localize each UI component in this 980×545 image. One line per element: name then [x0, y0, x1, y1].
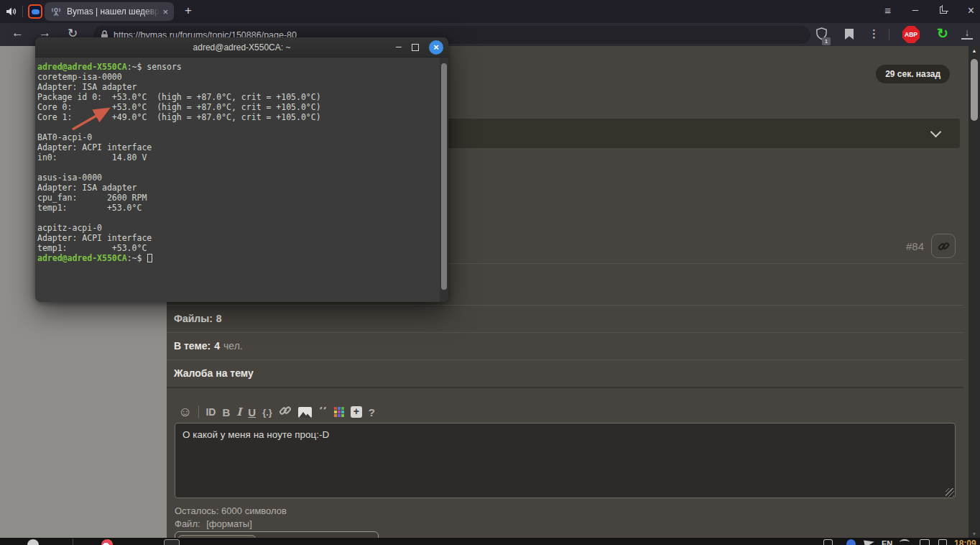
- chars-remaining-text: Осталось: 6000 символов: [175, 505, 287, 516]
- terminal-scrollbar[interactable]: [440, 58, 448, 302]
- terminal-prompt-line: adred@adred-X550CA:~$: [37, 253, 447, 263]
- add-element-icon[interactable]: +: [351, 406, 362, 418]
- help-icon[interactable]: ?: [369, 406, 375, 418]
- terminal-close-button[interactable]: ×: [429, 40, 443, 55]
- post-time-badge: 29 сек. назад: [876, 65, 950, 83]
- refresh-extension-icon[interactable]: ↻: [937, 25, 948, 42]
- sensors-output: coretemp-isa-0000 Adapter: ISA adapter P…: [37, 72, 447, 253]
- wifi-icon[interactable]: [900, 539, 910, 545]
- window-close-button[interactable]: ×: [968, 4, 974, 17]
- report-topic-label: Жалоба на тему: [174, 367, 254, 379]
- terminal-titlebar[interactable]: adred@adred-X550CA: ~ – ×: [35, 37, 448, 58]
- terminal-scrollbar-thumb[interactable]: [441, 63, 447, 290]
- active-tab[interactable]: Bymas | нашел шедевр ×: [45, 2, 174, 21]
- tab-title: Bymas | нашел шедевр: [67, 6, 160, 17]
- back-button[interactable]: ←: [11, 26, 24, 40]
- in-topic-suffix: чел.: [223, 340, 243, 352]
- textarea-resize-grip[interactable]: [946, 488, 954, 497]
- file-row: Файл: [форматы]: [175, 518, 252, 529]
- taskbar: EN 18:09: [0, 538, 980, 545]
- scroll-up-icon[interactable]: ▲: [969, 48, 980, 53]
- new-tab-button[interactable]: +: [180, 3, 197, 20]
- scrollbar-thumb[interactable]: [971, 59, 978, 121]
- taskbar-divider: [73, 539, 73, 545]
- editor-toolbar-divider: [198, 406, 199, 418]
- files-row[interactable]: Файлы: 8: [167, 305, 963, 332]
- scroll-down-icon[interactable]: ▼: [969, 531, 980, 536]
- editor-top-divider: [167, 387, 963, 388]
- shield-badge-icon[interactable]: [938, 539, 947, 545]
- terminal-app-icon[interactable]: [164, 539, 180, 545]
- color-grid-icon[interactable]: [334, 407, 344, 417]
- adblock-plus-icon[interactable]: ABP: [902, 26, 920, 43]
- telegram-icon[interactable]: [864, 539, 875, 545]
- in-topic-count: 4: [214, 340, 220, 352]
- files-label: Файлы:: [174, 313, 213, 324]
- clock: 18:09: [954, 539, 976, 545]
- page-scrollbar[interactable]: ▲ ▼: [969, 46, 980, 538]
- tab-close-icon[interactable]: ×: [162, 6, 168, 17]
- id-tag-button[interactable]: ID: [205, 406, 216, 418]
- desktop: Bymas | нашел шедевр × + ≡ – × ← → ↻ htt…: [0, 0, 980, 545]
- tabbar-divider: [22, 6, 23, 17]
- app-launcher-icon[interactable]: [27, 539, 39, 545]
- file-formats-link[interactable]: [форматы]: [206, 518, 252, 529]
- terminal-window: adred@adred-X550CA: ~ – × adred@adred-X5…: [35, 37, 448, 302]
- terminal-cursor: [147, 254, 152, 262]
- language-indicator[interactable]: EN: [882, 539, 892, 545]
- terminal-maximize-button[interactable]: [412, 44, 419, 51]
- kebab-menu-icon[interactable]: ⋮: [869, 27, 879, 40]
- terminal-prompt-line: adred@adred-X550CA:~$ sensors: [37, 62, 447, 72]
- browser-app-icon[interactable]: [101, 539, 113, 545]
- shield-count-badge: 1: [822, 37, 831, 45]
- download-icon[interactable]: ↓: [961, 27, 973, 40]
- link-icon: [938, 240, 950, 252]
- speaker-icon[interactable]: [6, 6, 17, 17]
- display-icon[interactable]: [920, 539, 930, 545]
- editor-toolbar: ☺ ID B I U {.} ” + ?: [178, 401, 375, 423]
- reply-textarea[interactable]: О какой у меня на ноуте проц:-D: [175, 423, 956, 498]
- underline-button[interactable]: U: [248, 406, 256, 418]
- post-footer: #84: [906, 234, 956, 258]
- browser-tab-bar: Bymas | нашел шедевр × + ≡ – ×: [0, 0, 980, 23]
- insert-link-icon[interactable]: [279, 404, 292, 420]
- emoji-picker-icon[interactable]: ☺: [178, 404, 192, 420]
- report-topic-row[interactable]: Жалоба на тему: [167, 359, 963, 387]
- bold-button[interactable]: B: [222, 406, 230, 418]
- code-button[interactable]: {.}: [262, 407, 272, 418]
- post-number: #84: [906, 240, 924, 252]
- terminal-title: adred@adred-X550CA: ~: [193, 42, 291, 52]
- content-blocker-shield-icon[interactable]: 1: [815, 27, 828, 43]
- terminal-minimize-button[interactable]: –: [392, 37, 406, 58]
- security-shield-icon[interactable]: [823, 539, 833, 545]
- italic-button[interactable]: I: [236, 406, 241, 418]
- file-label: Файл:: [175, 518, 200, 529]
- in-topic-row: В теме: 4 чел.: [167, 332, 963, 359]
- site-favicon: [50, 6, 62, 17]
- terminal-body[interactable]: adred@adred-X550CA:~$ sensors coretemp-i…: [35, 58, 448, 302]
- window-minimize-button[interactable]: –: [912, 3, 918, 15]
- bookmark-icon[interactable]: [845, 29, 854, 40]
- post-permalink-button[interactable]: [931, 234, 956, 258]
- files-count: 8: [216, 313, 222, 324]
- window-restore-button[interactable]: [940, 6, 947, 14]
- chevron-down-icon: [930, 127, 942, 138]
- in-topic-label: В теме:: [174, 340, 211, 352]
- toolbar-divider: [889, 29, 889, 40]
- insert-image-icon[interactable]: [298, 407, 312, 418]
- bluetooth-icon[interactable]: [846, 539, 856, 545]
- file-upload-field[interactable]: [175, 531, 379, 538]
- browser-menu-icon[interactable]: ≡: [884, 4, 891, 17]
- quote-icon[interactable]: ”: [318, 407, 328, 417]
- pinned-extension-icon[interactable]: [28, 4, 42, 19]
